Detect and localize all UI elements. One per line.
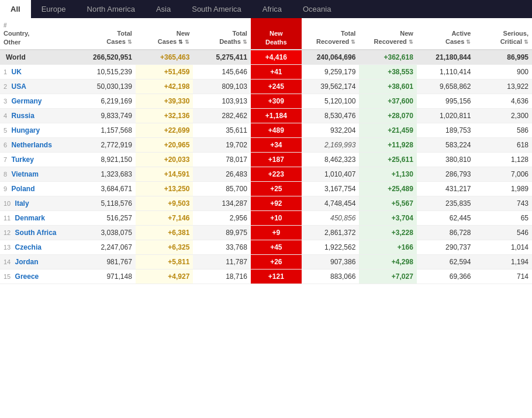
col-header-active_cases[interactable]: ActiveCases ⇅ <box>417 18 475 50</box>
new-deaths-cell: +309 <box>251 94 302 108</box>
total-cases-cell: 10,515,239 <box>78 64 136 79</box>
country-link[interactable]: Russia <box>11 112 34 120</box>
total-recovered-cell: 39,562,174 <box>302 79 360 94</box>
total-cases-cell: 971,148 <box>78 269 136 284</box>
new-cases-cell: +4,927 <box>136 269 194 284</box>
new-cases-cell: +5,811 <box>136 254 194 269</box>
new-recovered-cell: +21,459 <box>359 123 417 137</box>
nav-tab-oceania[interactable]: Oceania <box>292 0 341 18</box>
active-cases-cell: 380,810 <box>417 152 475 167</box>
new-recovered-cell: +38,601 <box>359 79 417 94</box>
country-link[interactable]: Vietnam <box>11 170 38 178</box>
nav-tab-south-america[interactable]: South America <box>181 0 252 18</box>
table-row: 15 Greece971,148+4,92718,716+121883,066+… <box>0 269 532 284</box>
world-cell-0: World <box>0 50 78 65</box>
table-row: 14 Jordan981,767+5,81111,787+26907,386+4… <box>0 254 532 269</box>
new-cases-cell: +42,198 <box>136 79 194 94</box>
serious-cell: 1,128 <box>474 152 532 167</box>
new-cases-cell: +6,381 <box>136 225 194 240</box>
nav-tab-north-america[interactable]: North America <box>77 0 146 18</box>
active-cases-cell: 189,753 <box>417 123 475 137</box>
total-recovered-cell: 8,462,323 <box>302 152 360 167</box>
active-cases-cell: 235,835 <box>417 196 475 210</box>
col-header-rank[interactable]: #Country,Other <box>0 18 78 50</box>
table-row: 12 South Africa3,038,075+6,38189,975+92,… <box>0 225 532 240</box>
country-link[interactable]: Poland <box>11 185 34 193</box>
total-deaths-cell: 2,956 <box>193 210 251 225</box>
total-cases-cell: 1,323,683 <box>78 167 136 181</box>
table-row: 3 Germany6,219,169+39,330103,913+3095,12… <box>0 94 532 108</box>
serious-cell: 743 <box>474 196 532 210</box>
new-deaths-cell: +245 <box>251 79 302 94</box>
world-cell-8: 86,995 <box>474 50 532 65</box>
table-row: 13 Czechia2,247,067+6,32533,768+451,922,… <box>0 240 532 254</box>
world-cell-7: 21,180,844 <box>417 50 475 65</box>
new-deaths-cell: +41 <box>251 64 302 79</box>
new-cases-cell: +7,146 <box>136 210 194 225</box>
total-deaths-cell: 85,700 <box>193 181 251 196</box>
active-cases-cell: 583,224 <box>417 137 475 152</box>
total-cases-cell: 9,833,749 <box>78 108 136 123</box>
col-header-serious[interactable]: Serious,Critical ⇅ <box>474 18 532 50</box>
total-deaths-cell: 19,702 <box>193 137 251 152</box>
new-deaths-cell: +187 <box>251 152 302 167</box>
total-cases-cell: 2,772,919 <box>78 137 136 152</box>
country-link[interactable]: Hungary <box>11 126 40 134</box>
total-cases-cell: 5,118,576 <box>78 196 136 210</box>
new-recovered-cell: +25,611 <box>359 152 417 167</box>
country-link[interactable]: UK <box>11 68 21 76</box>
country-link[interactable]: South Africa <box>15 229 57 237</box>
serious-cell: 714 <box>474 269 532 284</box>
new-deaths-cell: +223 <box>251 167 302 181</box>
serious-cell: 1,014 <box>474 240 532 254</box>
rank-country-cell: 5 Hungary <box>0 123 78 137</box>
nav-tabs: AllEuropeNorth AmericaAsiaSouth AmericaA… <box>0 0 532 18</box>
country-link[interactable]: Italy <box>15 199 29 208</box>
nav-tab-all[interactable]: All <box>0 0 31 18</box>
country-link[interactable]: Denmark <box>15 214 45 222</box>
nav-tab-europe[interactable]: Europe <box>31 0 77 18</box>
total-deaths-cell: 89,975 <box>193 225 251 240</box>
new-deaths-cell: +9 <box>251 225 302 240</box>
table-row: 9 Poland3,684,671+13,25085,700+253,167,7… <box>0 181 532 196</box>
total-deaths-cell: 145,646 <box>193 64 251 79</box>
col-header-new_cases[interactable]: NewCases ⇅ ⇅ <box>136 18 194 50</box>
col-header-new_recovered[interactable]: NewRecovered ⇅ <box>359 18 417 50</box>
total-recovered-cell: 5,120,100 <box>302 94 360 108</box>
total-recovered-cell: 2,169,993 <box>302 137 360 152</box>
rank-country-cell: 3 Germany <box>0 94 78 108</box>
new-recovered-cell: +166 <box>359 240 417 254</box>
new-recovered-cell: +38,553 <box>359 64 417 79</box>
rank-country-cell: 7 Turkey <box>0 152 78 167</box>
country-link[interactable]: Czechia <box>15 243 42 251</box>
total-cases-cell: 3,038,075 <box>78 225 136 240</box>
total-cases-cell: 516,257 <box>78 210 136 225</box>
country-link[interactable]: Greece <box>15 272 39 281</box>
world-cell-3: 5,275,411 <box>193 50 251 65</box>
nav-tab-africa[interactable]: Africa <box>252 0 292 18</box>
col-header-total_cases[interactable]: TotalCases ⇅ <box>78 18 136 50</box>
total-deaths-cell: 18,716 <box>193 269 251 284</box>
new-cases-cell: +14,591 <box>136 167 194 181</box>
country-link[interactable]: Netherlands <box>11 141 51 149</box>
country-link[interactable]: USA <box>11 82 26 91</box>
new-recovered-cell: +37,600 <box>359 94 417 108</box>
total-cases-cell: 2,247,067 <box>78 240 136 254</box>
new-recovered-cell: +1,130 <box>359 167 417 181</box>
country-link[interactable]: Turkey <box>11 156 33 164</box>
country-link[interactable]: Germany <box>11 97 42 105</box>
nav-tab-asia[interactable]: Asia <box>146 0 181 18</box>
active-cases-cell: 86,728 <box>417 225 475 240</box>
new-deaths-cell: +489 <box>251 123 302 137</box>
serious-cell: 65 <box>474 210 532 225</box>
total-deaths-cell: 26,483 <box>193 167 251 181</box>
rank-country-cell: 14 Jordan <box>0 254 78 269</box>
total-recovered-cell: 907,386 <box>302 254 360 269</box>
col-header-new_deaths[interactable]: NewDeaths <box>251 18 302 50</box>
country-link[interactable]: Jordan <box>15 258 39 266</box>
col-header-total_recovered[interactable]: TotalRecovered ⇅ <box>302 18 360 50</box>
active-cases-cell: 290,737 <box>417 240 475 254</box>
new-recovered-cell: +28,070 <box>359 108 417 123</box>
new-recovered-cell: +3,704 <box>359 210 417 225</box>
col-header-total_deaths[interactable]: TotalDeaths ⇅ <box>193 18 251 50</box>
